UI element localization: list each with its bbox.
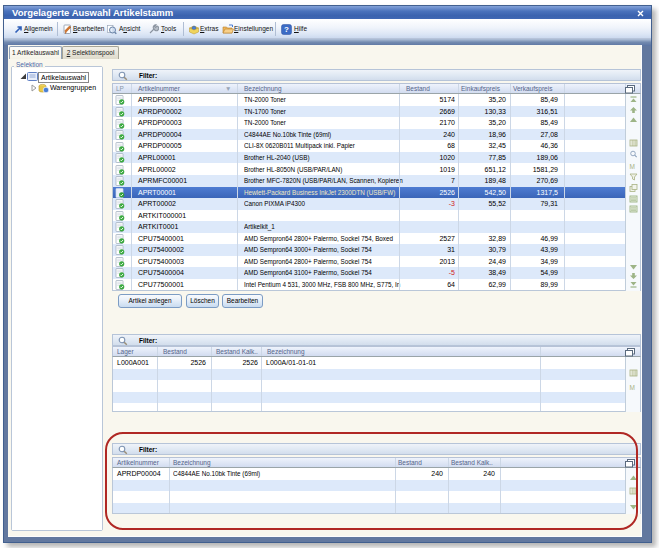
svg-text:?: ? xyxy=(284,25,289,34)
svg-text:M: M xyxy=(630,163,635,170)
svg-text:M: M xyxy=(630,384,635,391)
